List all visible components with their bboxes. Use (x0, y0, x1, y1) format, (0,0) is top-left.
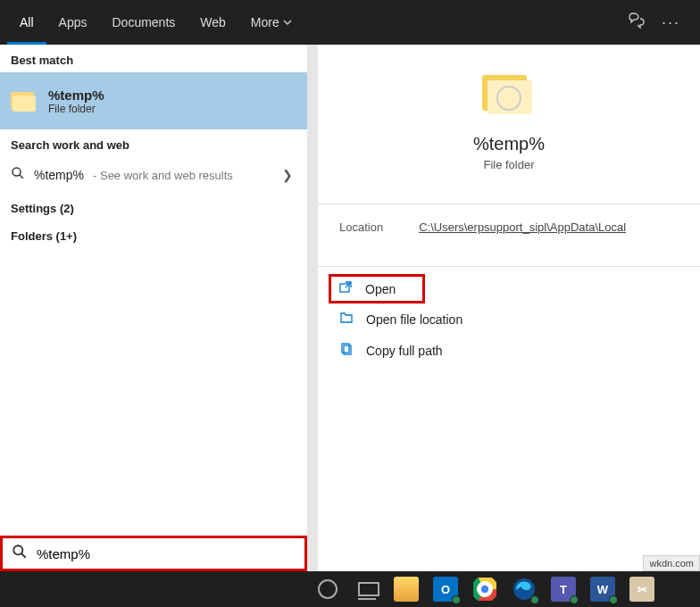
tab-documents[interactable]: Documents (99, 0, 188, 45)
preview-subtitle: File folder (336, 158, 682, 171)
taskbar: O T W ✂ (0, 571, 700, 607)
results-pane: Best match %temp% File folder Search wor… (0, 45, 307, 571)
location-path[interactable]: C:\Users\erpsupport_sipl\AppData\Local (419, 220, 626, 234)
web-result-query: %temp% (34, 168, 84, 182)
tab-more-label: More (251, 15, 279, 29)
task-view-button[interactable] (354, 576, 380, 603)
web-search-result[interactable]: %temp% - See work and web results ❯ (0, 157, 307, 193)
open-icon (338, 280, 353, 297)
open-action[interactable]: Open (329, 274, 425, 304)
tab-more[interactable]: More (238, 0, 304, 45)
best-match-title: %temp% (48, 87, 104, 103)
copy-path-action[interactable]: Copy full path (329, 335, 689, 366)
tab-apps[interactable]: Apps (46, 0, 100, 45)
search-box[interactable] (0, 536, 307, 571)
search-web-header: Search work and web (0, 129, 307, 157)
preview-title: %temp% (336, 134, 682, 154)
folder-icon (11, 88, 38, 113)
watermark: wkdn.com (643, 555, 700, 571)
svg-line-6 (21, 553, 26, 558)
copy-icon (339, 342, 354, 359)
chevron-down-icon (283, 15, 292, 29)
copy-path-label: Copy full path (366, 344, 443, 358)
feedback-icon[interactable] (628, 12, 646, 33)
more-options-icon[interactable]: ··· (662, 13, 680, 32)
settings-header[interactable]: Settings (2) (0, 193, 307, 220)
folder-open-icon (339, 311, 354, 328)
open-location-action[interactable]: Open file location (329, 304, 689, 335)
chevron-right-icon: ❯ (282, 168, 293, 182)
web-result-hint: - See work and web results (93, 169, 233, 182)
best-match-subtitle: File folder (48, 103, 104, 115)
file-explorer-icon[interactable] (393, 576, 420, 603)
best-match-header: Best match (0, 45, 307, 72)
tab-web[interactable]: Web (188, 0, 238, 45)
folders-header[interactable]: Folders (1+) (0, 220, 307, 248)
preview-pane: %temp% File folder Location C:\Users\erp… (318, 45, 700, 571)
svg-point-5 (13, 545, 22, 554)
edge-icon[interactable] (511, 576, 538, 603)
cortana-button[interactable] (314, 576, 341, 603)
teams-icon[interactable]: T (550, 576, 577, 603)
location-label: Location (339, 220, 383, 234)
tab-all[interactable]: All (7, 0, 46, 45)
snipping-tool-icon[interactable]: ✂ (629, 576, 655, 603)
search-input[interactable] (37, 546, 296, 561)
best-match-result[interactable]: %temp% File folder (0, 72, 307, 129)
open-label: Open (365, 282, 396, 296)
svg-line-1 (20, 175, 23, 179)
svg-point-0 (12, 168, 21, 176)
outlook-icon[interactable]: O (432, 576, 459, 603)
chrome-icon[interactable] (471, 576, 498, 603)
search-icon (12, 544, 28, 563)
search-icon (11, 166, 25, 184)
word-icon[interactable]: W (589, 576, 616, 603)
search-tabs: All Apps Documents Web More ··· (0, 0, 700, 45)
open-location-label: Open file location (366, 312, 462, 327)
folder-icon (482, 70, 536, 118)
